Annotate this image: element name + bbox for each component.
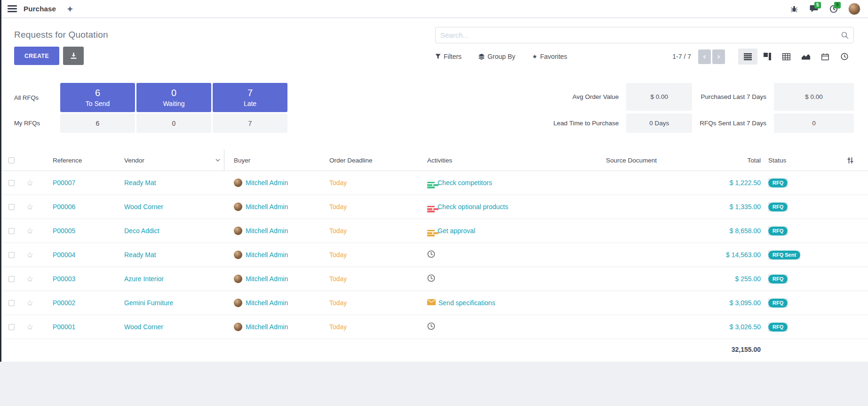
buyer-link[interactable]: Mitchell Admin bbox=[246, 323, 288, 331]
export-button[interactable] bbox=[63, 47, 84, 65]
column-header-status[interactable]: Status bbox=[761, 157, 817, 164]
vendor-link[interactable]: Azure Interior bbox=[124, 275, 164, 283]
reference-link[interactable]: P00007 bbox=[53, 179, 75, 187]
table-row[interactable]: ☆ P00001 Wood Corner Mitchell Admin Toda… bbox=[0, 315, 868, 339]
table-row[interactable]: ☆ P00003 Azure Interior Mitchell Admin T… bbox=[0, 267, 868, 291]
buyer-link[interactable]: Mitchell Admin bbox=[246, 251, 288, 259]
kpi-my-late-tile[interactable]: 7 bbox=[213, 114, 287, 133]
reference-link[interactable]: P00001 bbox=[53, 323, 75, 331]
search-icon[interactable] bbox=[841, 32, 849, 39]
vendor-link[interactable]: Wood Corner bbox=[124, 203, 163, 211]
reference-link[interactable]: P00002 bbox=[53, 299, 75, 307]
kpi-late-tile[interactable]: 7 Late bbox=[213, 83, 287, 112]
kpi-to-send-tile[interactable]: 6 To Send bbox=[60, 83, 135, 112]
sort-chevron-down-icon[interactable] bbox=[211, 150, 224, 171]
activity-clock-icon[interactable] bbox=[427, 250, 435, 260]
table-row[interactable]: ☆ P00006 Wood Corner Mitchell Admin Toda… bbox=[0, 195, 868, 219]
apps-menu-icon[interactable] bbox=[8, 5, 17, 12]
view-list-icon[interactable] bbox=[738, 49, 757, 65]
activity-label[interactable]: Check optional products bbox=[438, 203, 508, 211]
favorite-star-icon[interactable]: ☆ bbox=[26, 322, 49, 332]
activity-cell[interactable]: Check competitors bbox=[420, 177, 575, 188]
table-row[interactable]: ☆ P00004 Ready Mat Mitchell Admin Today … bbox=[0, 243, 868, 267]
activity-clock-icon[interactable] bbox=[427, 322, 435, 332]
row-checkbox[interactable] bbox=[8, 324, 15, 330]
column-header-source-document[interactable]: Source Document bbox=[575, 157, 688, 164]
favorite-star-icon[interactable]: ☆ bbox=[26, 298, 49, 308]
buyer-link[interactable]: Mitchell Admin bbox=[246, 179, 288, 187]
debug-bug-icon[interactable] bbox=[789, 4, 799, 14]
kpi-waiting-tile[interactable]: 0 Waiting bbox=[136, 83, 211, 112]
kpi-my-to-send-tile[interactable]: 6 bbox=[60, 114, 135, 133]
row-checkbox[interactable] bbox=[8, 180, 15, 186]
app-name[interactable]: Purchase bbox=[24, 5, 56, 13]
table-row[interactable]: ☆ P00002 Gemini Furniture Mitchell Admin… bbox=[0, 291, 868, 315]
kpi-my-waiting-tile[interactable]: 0 bbox=[136, 114, 211, 133]
create-button[interactable]: CREATE bbox=[14, 47, 59, 65]
buyer-avatar-icon bbox=[234, 299, 242, 307]
view-pivot-icon[interactable] bbox=[777, 49, 796, 65]
row-checkbox[interactable] bbox=[8, 252, 15, 258]
view-activity-icon[interactable] bbox=[835, 49, 854, 65]
envelope-icon[interactable] bbox=[427, 299, 436, 307]
row-checkbox[interactable] bbox=[8, 204, 15, 210]
row-checkbox[interactable] bbox=[8, 300, 15, 306]
pager-next-button[interactable]: › bbox=[712, 49, 725, 64]
vendor-link[interactable]: Gemini Furniture bbox=[124, 299, 173, 307]
filters-button[interactable]: Filters bbox=[435, 53, 462, 60]
view-graph-icon[interactable] bbox=[796, 49, 815, 65]
optional-columns-icon[interactable] bbox=[817, 157, 868, 164]
messages-icon[interactable]: 5 bbox=[809, 4, 819, 14]
column-header-reference[interactable]: Reference bbox=[49, 157, 124, 164]
buyer-link[interactable]: Mitchell Admin bbox=[246, 227, 288, 235]
activities-clock-icon[interactable]: 9 bbox=[828, 4, 839, 14]
reference-link[interactable]: P00005 bbox=[53, 227, 75, 235]
activity-label[interactable]: Send specifications bbox=[438, 299, 495, 307]
buyer-link[interactable]: Mitchell Admin bbox=[246, 299, 288, 307]
activity-label[interactable]: Get approval bbox=[438, 227, 475, 235]
favorite-star-icon[interactable]: ☆ bbox=[26, 202, 49, 211]
table-row[interactable]: ☆ P00007 Ready Mat Mitchell Admin Today … bbox=[0, 171, 868, 195]
vendor-link[interactable]: Ready Mat bbox=[124, 251, 156, 259]
group-by-button[interactable]: Group By bbox=[478, 53, 515, 60]
table-row[interactable]: ☆ P00005 Deco Addict Mitchell Admin Toda… bbox=[0, 219, 868, 243]
column-header-total[interactable]: Total bbox=[688, 157, 761, 164]
select-all-checkbox[interactable] bbox=[8, 157, 15, 163]
favorite-star-icon[interactable]: ☆ bbox=[26, 178, 49, 187]
column-header-order-deadline[interactable]: Order Deadline bbox=[326, 157, 420, 164]
favorite-star-icon[interactable]: ☆ bbox=[26, 226, 49, 235]
row-checkbox[interactable] bbox=[8, 276, 15, 282]
favorite-star-icon[interactable]: ☆ bbox=[26, 250, 49, 260]
activity-cell[interactable]: Check optional products bbox=[420, 201, 575, 212]
reference-link[interactable]: P00006 bbox=[53, 203, 75, 211]
tasks-green-icon[interactable] bbox=[427, 177, 435, 188]
pager-previous-button[interactable]: ‹ bbox=[698, 49, 711, 64]
activity-clock-icon[interactable] bbox=[427, 274, 435, 284]
buyer-link[interactable]: Mitchell Admin bbox=[246, 203, 288, 211]
row-checkbox[interactable] bbox=[8, 228, 15, 234]
favorites-button[interactable]: ★ Favorites bbox=[532, 53, 567, 60]
column-header-activities[interactable]: Activities bbox=[420, 157, 575, 164]
activity-cell[interactable] bbox=[420, 250, 575, 260]
reference-link[interactable]: P00004 bbox=[53, 251, 75, 259]
buyer-link[interactable]: Mitchell Admin bbox=[246, 275, 288, 283]
favorite-star-icon[interactable]: ☆ bbox=[26, 274, 49, 284]
vendor-link[interactable]: Deco Addict bbox=[124, 227, 159, 235]
activity-cell[interactable]: Get approval bbox=[420, 225, 575, 236]
column-header-buyer[interactable]: Buyer bbox=[224, 157, 326, 164]
activity-cell[interactable] bbox=[420, 274, 575, 284]
tasks-yellow-icon[interactable] bbox=[427, 225, 435, 236]
vendor-link[interactable]: Ready Mat bbox=[124, 179, 156, 187]
view-kanban-icon[interactable] bbox=[757, 49, 777, 65]
activity-cell[interactable]: Send specifications bbox=[420, 299, 575, 307]
reference-link[interactable]: P00003 bbox=[53, 275, 75, 283]
view-calendar-icon[interactable] bbox=[815, 49, 835, 65]
plus-icon[interactable]: + bbox=[67, 4, 72, 13]
activity-label[interactable]: Check competitors bbox=[438, 179, 492, 187]
column-header-vendor[interactable]: Vendor bbox=[124, 157, 211, 164]
activity-cell[interactable] bbox=[420, 322, 575, 332]
search-input[interactable] bbox=[440, 31, 837, 39]
user-avatar[interactable] bbox=[848, 3, 860, 15]
vendor-link[interactable]: Wood Corner bbox=[124, 323, 163, 331]
tasks-red-icon[interactable] bbox=[427, 201, 435, 212]
